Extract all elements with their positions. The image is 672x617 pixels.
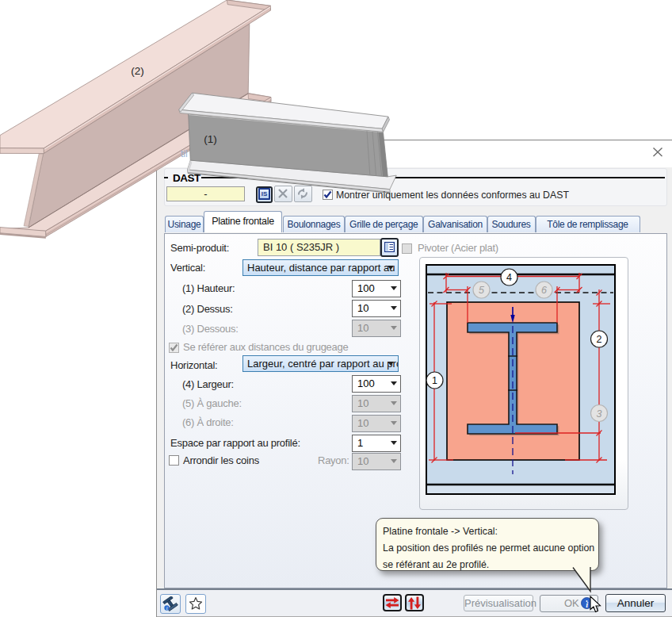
svg-text:5: 5 — [479, 285, 484, 296]
svg-text:2: 2 — [597, 334, 602, 345]
svg-text:1: 1 — [432, 375, 437, 386]
svg-text:6: 6 — [541, 285, 547, 296]
svg-text:(2): (2) — [131, 65, 144, 77]
svg-text:4: 4 — [506, 272, 512, 283]
svg-text:3: 3 — [597, 408, 602, 420]
svg-text:i: i — [586, 600, 588, 609]
svg-text:(1): (1) — [204, 133, 217, 145]
svg-text:til: til — [181, 148, 188, 159]
svg-text:i: i — [166, 605, 168, 611]
